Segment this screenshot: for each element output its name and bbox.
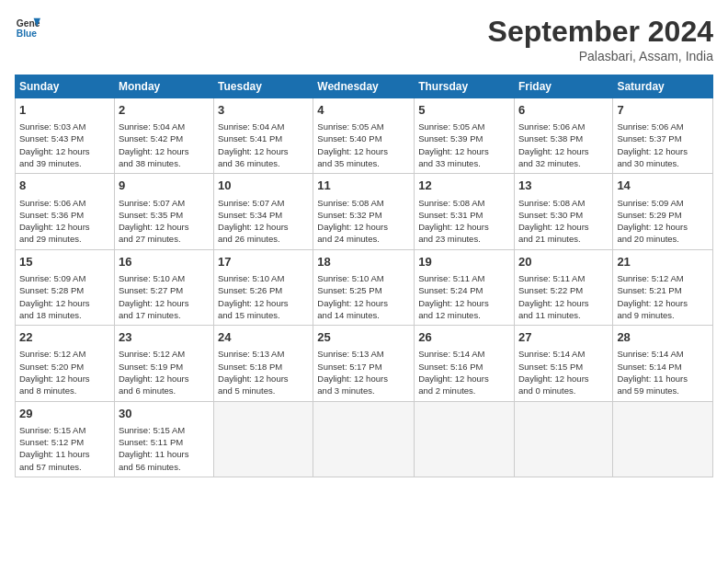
calendar-cell: 27Sunrise: 5:14 AM Sunset: 5:15 PM Dayli… [514,326,612,401]
calendar-cell: 11Sunrise: 5:08 AM Sunset: 5:32 PM Dayli… [313,174,415,249]
day-info: Sunrise: 5:15 AM Sunset: 5:12 PM Dayligh… [19,424,110,473]
calendar-cell [514,401,612,477]
day-info: Sunrise: 5:13 AM Sunset: 5:18 PM Dayligh… [218,348,309,396]
week-row-4: 22Sunrise: 5:12 AM Sunset: 5:20 PM Dayli… [16,326,713,401]
page-header: General Blue September 2024 Palasbari, A… [15,15,713,63]
day-number: 9 [119,178,210,194]
calendar-cell: 26Sunrise: 5:14 AM Sunset: 5:16 PM Dayli… [415,326,515,401]
day-info: Sunrise: 5:04 AM Sunset: 5:42 PM Dayligh… [119,121,210,169]
calendar-cell: 22Sunrise: 5:12 AM Sunset: 5:20 PM Dayli… [16,326,115,401]
day-number: 19 [418,254,510,270]
day-number: 6 [518,102,609,119]
day-number: 23 [119,329,210,346]
day-info: Sunrise: 5:11 AM Sunset: 5:22 PM Dayligh… [518,272,609,321]
logo-icon: General Blue [15,15,40,40]
calendar-cell: 4Sunrise: 5:05 AM Sunset: 5:40 PM Daylig… [313,98,415,174]
day-info: Sunrise: 5:12 AM Sunset: 5:19 PM Dayligh… [119,348,210,396]
calendar-cell [214,401,313,477]
calendar-cell: 15Sunrise: 5:09 AM Sunset: 5:28 PM Dayli… [16,249,115,325]
day-info: Sunrise: 5:07 AM Sunset: 5:34 PM Dayligh… [218,197,309,246]
calendar-cell: 18Sunrise: 5:10 AM Sunset: 5:25 PM Dayli… [313,249,415,325]
day-number: 8 [19,178,110,194]
calendar-table: SundayMondayTuesdayWednesdayThursdayFrid… [15,75,713,477]
weekday-header-thursday: Thursday [415,75,515,98]
day-number: 7 [617,102,709,119]
calendar-cell: 2Sunrise: 5:04 AM Sunset: 5:42 PM Daylig… [114,98,213,174]
day-number: 14 [617,178,709,194]
calendar-cell: 9Sunrise: 5:07 AM Sunset: 5:35 PM Daylig… [114,174,213,249]
day-info: Sunrise: 5:14 AM Sunset: 5:15 PM Dayligh… [518,348,609,396]
title-block: September 2024 Palasbari, Assam, India [488,15,713,63]
calendar-cell [415,401,515,477]
day-info: Sunrise: 5:10 AM Sunset: 5:25 PM Dayligh… [317,272,410,321]
calendar-cell: 24Sunrise: 5:13 AM Sunset: 5:18 PM Dayli… [214,326,313,401]
calendar-cell: 3Sunrise: 5:04 AM Sunset: 5:41 PM Daylig… [214,98,313,174]
week-row-1: 1Sunrise: 5:03 AM Sunset: 5:43 PM Daylig… [16,98,713,174]
calendar-cell: 20Sunrise: 5:11 AM Sunset: 5:22 PM Dayli… [514,249,612,325]
day-info: Sunrise: 5:05 AM Sunset: 5:39 PM Dayligh… [418,121,510,169]
calendar-cell: 14Sunrise: 5:09 AM Sunset: 5:29 PM Dayli… [613,174,713,249]
calendar-cell: 7Sunrise: 5:06 AM Sunset: 5:37 PM Daylig… [613,98,713,174]
day-info: Sunrise: 5:14 AM Sunset: 5:16 PM Dayligh… [418,348,510,396]
day-number: 10 [218,178,309,194]
day-number: 1 [19,102,110,119]
calendar-cell: 25Sunrise: 5:13 AM Sunset: 5:17 PM Dayli… [313,326,415,401]
calendar-cell: 5Sunrise: 5:05 AM Sunset: 5:39 PM Daylig… [415,98,515,174]
calendar-cell: 30Sunrise: 5:15 AM Sunset: 5:11 PM Dayli… [114,401,213,477]
calendar-cell [313,401,415,477]
calendar-cell: 6Sunrise: 5:06 AM Sunset: 5:38 PM Daylig… [514,98,612,174]
day-info: Sunrise: 5:03 AM Sunset: 5:43 PM Dayligh… [19,121,110,169]
day-number: 30 [119,406,210,422]
day-info: Sunrise: 5:08 AM Sunset: 5:30 PM Dayligh… [518,197,609,246]
day-number: 11 [317,178,410,194]
calendar-cell [613,401,713,477]
calendar-cell: 28Sunrise: 5:14 AM Sunset: 5:14 PM Dayli… [613,326,713,401]
day-info: Sunrise: 5:08 AM Sunset: 5:31 PM Dayligh… [418,197,510,246]
svg-text:Blue: Blue [17,29,38,39]
day-number: 28 [617,329,709,346]
day-number: 15 [19,254,110,270]
weekday-header-tuesday: Tuesday [214,75,313,98]
day-info: Sunrise: 5:08 AM Sunset: 5:32 PM Dayligh… [317,197,410,246]
calendar-cell: 17Sunrise: 5:10 AM Sunset: 5:26 PM Dayli… [214,249,313,325]
day-number: 25 [317,329,410,346]
day-info: Sunrise: 5:07 AM Sunset: 5:35 PM Dayligh… [119,197,210,246]
weekday-header-row: SundayMondayTuesdayWednesdayThursdayFrid… [16,75,713,98]
day-number: 22 [19,329,110,346]
day-number: 26 [418,329,510,346]
calendar-cell: 8Sunrise: 5:06 AM Sunset: 5:36 PM Daylig… [16,174,115,249]
day-info: Sunrise: 5:05 AM Sunset: 5:40 PM Dayligh… [317,121,410,169]
day-info: Sunrise: 5:06 AM Sunset: 5:38 PM Dayligh… [518,121,609,169]
day-info: Sunrise: 5:13 AM Sunset: 5:17 PM Dayligh… [317,348,410,396]
weekday-header-sunday: Sunday [16,75,115,98]
weekday-header-wednesday: Wednesday [313,75,415,98]
day-number: 4 [317,102,410,119]
day-number: 27 [518,329,609,346]
weekday-header-saturday: Saturday [613,75,713,98]
calendar-cell: 13Sunrise: 5:08 AM Sunset: 5:30 PM Dayli… [514,174,612,249]
calendar-cell: 16Sunrise: 5:10 AM Sunset: 5:27 PM Dayli… [114,249,213,325]
day-info: Sunrise: 5:10 AM Sunset: 5:27 PM Dayligh… [119,272,210,321]
day-info: Sunrise: 5:15 AM Sunset: 5:11 PM Dayligh… [119,424,210,473]
day-info: Sunrise: 5:10 AM Sunset: 5:26 PM Dayligh… [218,272,309,321]
day-info: Sunrise: 5:12 AM Sunset: 5:21 PM Dayligh… [617,272,709,321]
calendar-cell: 1Sunrise: 5:03 AM Sunset: 5:43 PM Daylig… [16,98,115,174]
day-info: Sunrise: 5:06 AM Sunset: 5:37 PM Dayligh… [617,121,709,169]
calendar-cell: 10Sunrise: 5:07 AM Sunset: 5:34 PM Dayli… [214,174,313,249]
location-subtitle: Palasbari, Assam, India [488,49,713,63]
day-number: 21 [617,254,709,270]
weekday-header-monday: Monday [114,75,213,98]
day-number: 20 [518,254,609,270]
week-row-3: 15Sunrise: 5:09 AM Sunset: 5:28 PM Dayli… [16,249,713,325]
day-number: 12 [418,178,510,194]
calendar-cell: 29Sunrise: 5:15 AM Sunset: 5:12 PM Dayli… [16,401,115,477]
day-number: 2 [119,102,210,119]
calendar-cell: 19Sunrise: 5:11 AM Sunset: 5:24 PM Dayli… [415,249,515,325]
day-info: Sunrise: 5:09 AM Sunset: 5:29 PM Dayligh… [617,197,709,246]
day-info: Sunrise: 5:09 AM Sunset: 5:28 PM Dayligh… [19,272,110,321]
day-number: 16 [119,254,210,270]
logo: General Blue [15,15,40,40]
week-row-5: 29Sunrise: 5:15 AM Sunset: 5:12 PM Dayli… [16,401,713,477]
calendar-cell: 12Sunrise: 5:08 AM Sunset: 5:31 PM Dayli… [415,174,515,249]
calendar-body: 1Sunrise: 5:03 AM Sunset: 5:43 PM Daylig… [16,98,713,477]
